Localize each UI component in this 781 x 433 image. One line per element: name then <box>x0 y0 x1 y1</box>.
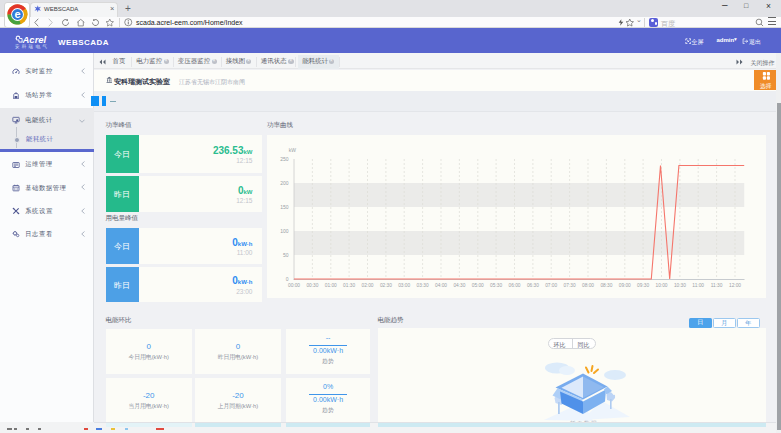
svg-text:05:30: 05:30 <box>490 283 502 288</box>
svg-text:07:30: 07:30 <box>564 283 576 288</box>
svg-text:10:30: 10:30 <box>674 283 686 288</box>
svg-text:kW: kW <box>289 147 297 153</box>
svg-text:200: 200 <box>280 180 289 186</box>
svg-text:01:30: 01:30 <box>343 283 355 288</box>
svg-text:08:00: 08:00 <box>582 283 594 288</box>
svg-text:05:00: 05:00 <box>472 283 484 288</box>
svg-text:09:00: 09:00 <box>619 283 631 288</box>
svg-text:250: 250 <box>280 156 289 162</box>
svg-text:50: 50 <box>283 252 289 258</box>
svg-text:150: 150 <box>280 204 289 210</box>
svg-text:02:00: 02:00 <box>361 283 373 288</box>
svg-text:03:00: 03:00 <box>398 283 410 288</box>
svg-text:0: 0 <box>286 276 289 282</box>
svg-text:03:30: 03:30 <box>417 283 429 288</box>
svg-text:00:00: 00:00 <box>288 283 300 288</box>
svg-text:11:30: 11:30 <box>711 283 723 288</box>
svg-text:08:30: 08:30 <box>600 283 612 288</box>
svg-text:12:00: 12:00 <box>729 283 741 288</box>
svg-text:06:30: 06:30 <box>527 283 539 288</box>
svg-text:100: 100 <box>280 228 289 234</box>
svg-text:06:00: 06:00 <box>508 283 520 288</box>
svg-text:09:30: 09:30 <box>637 283 649 288</box>
svg-text:07:00: 07:00 <box>545 283 557 288</box>
svg-text:11:00: 11:00 <box>692 283 704 288</box>
svg-text:01:00: 01:00 <box>325 283 337 288</box>
svg-text:04:00: 04:00 <box>435 283 447 288</box>
svg-text:02:30: 02:30 <box>380 283 392 288</box>
svg-text:04:30: 04:30 <box>453 283 465 288</box>
svg-text:10:00: 10:00 <box>655 283 667 288</box>
svg-text:e: e <box>14 8 20 20</box>
svg-text:00:30: 00:30 <box>306 283 318 288</box>
